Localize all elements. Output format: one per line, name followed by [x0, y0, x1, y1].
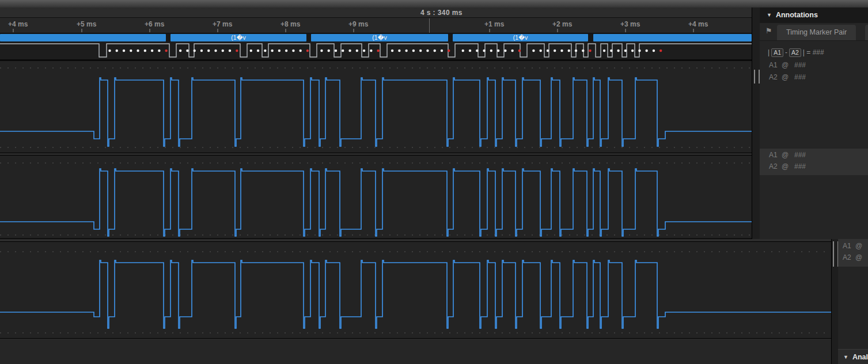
marker-name: A1: [843, 240, 855, 252]
bit-dot: [539, 50, 541, 52]
bit-dot: [264, 50, 266, 52]
marker-name: A2: [769, 161, 782, 172]
bit-dot: [412, 50, 415, 52]
marker-row-a2[interactable]: A2@###: [769, 71, 806, 83]
bit-dot: [645, 50, 647, 52]
marker-a1-chip[interactable]: A1: [771, 48, 783, 57]
marker-row-a1[interactable]: A1@: [843, 240, 868, 252]
bit-dot: [151, 50, 153, 52]
empty-channel-area: [0, 339, 831, 364]
marker-name: A2: [769, 71, 782, 83]
at-sign: @: [782, 71, 794, 83]
annotations-panel: ▼Annotations ⚑ Timing Marker Pair |A1-A2…: [760, 7, 868, 239]
decoder-result-segment[interactable]: (1�v: [170, 34, 306, 41]
bit-dot: [483, 50, 485, 52]
formula-text: |: [803, 48, 805, 56]
time-ruler[interactable]: +4 ms+5 ms+6 ms+7 ms+8 ms+9 ms+1 ms+2 ms…: [0, 18, 752, 33]
marker-tool-row: ⚑ Timing Marker Pair: [760, 23, 868, 41]
decoder-result-segment[interactable]: (1�v: [311, 34, 448, 41]
trigger-time-bar[interactable]: 4 s : 340 ms: [0, 7, 752, 18]
bit-dot: [116, 50, 118, 52]
timing-marker-pair-tab[interactable]: Timing Marker Pair: [777, 25, 856, 40]
bit-dot: [547, 50, 549, 52]
marker-flag-icon: ⚑: [765, 26, 772, 35]
marker-value: ###: [794, 73, 806, 81]
ruler-tick-mark: [149, 29, 150, 32]
bit-dot: [617, 50, 619, 52]
digital-channel-row[interactable]: [0, 42, 752, 61]
bit-dot: [292, 50, 294, 52]
decoder-result-segment[interactable]: (1�v: [453, 34, 588, 41]
ruler-tick-mark: [625, 29, 626, 32]
ruler-tick-mark: [489, 29, 490, 32]
next-tab-sliver[interactable]: [865, 25, 868, 40]
marker-row-a2[interactable]: A2@###: [769, 161, 868, 172]
bit-dot: [229, 50, 231, 52]
analog-trace: [0, 78, 752, 146]
analyzers-panel-header[interactable]: ▼Analyzers: [838, 349, 868, 364]
analog-channel-3-waveform[interactable]: [0, 242, 831, 338]
bit-dot: [638, 50, 640, 52]
bit-dot: [497, 50, 499, 52]
bit-dot: [320, 50, 323, 52]
error-dot: [589, 50, 591, 52]
bit-dot: [108, 50, 111, 52]
collapse-arrow-icon: ▼: [843, 350, 848, 364]
trigger-divider-line: [429, 18, 430, 33]
marker-value: ###: [794, 162, 806, 170]
trigger-time-label: 4 s : 340 ms: [420, 9, 463, 17]
analog-channel-2[interactable]: [0, 156, 752, 237]
annotations-panel-header[interactable]: ▼Annotations: [760, 7, 868, 23]
ruler-tick-mark: [693, 29, 694, 32]
annotation-entry[interactable]: A1@### A2@###: [760, 149, 868, 175]
marker-row-a1[interactable]: A1@###: [769, 59, 806, 71]
bit-dot: [342, 50, 344, 52]
error-dot: [448, 50, 450, 52]
analog-channel-1[interactable]: [0, 61, 752, 153]
bit-dot: [130, 50, 132, 52]
ruler-tick-label: +3 ms: [620, 20, 640, 28]
bit-dot: [391, 50, 393, 52]
marker-value: ###: [794, 61, 806, 69]
bit-dot: [624, 50, 627, 52]
marker-name: A1: [769, 59, 782, 71]
decoder-result-segment[interactable]: [0, 34, 166, 41]
annotation-entry[interactable]: A1@ A2@: [838, 239, 868, 267]
decoder-result-segment[interactable]: [593, 34, 752, 41]
bit-dot: [511, 50, 513, 52]
marker-row-a2[interactable]: A2@: [843, 252, 868, 263]
bit-dot: [469, 50, 471, 52]
analog-channel-3[interactable]: [0, 242, 831, 338]
at-sign: @: [855, 240, 868, 252]
splitter-grip-icon[interactable]: [754, 70, 760, 84]
marker-name: A1: [769, 149, 782, 161]
ruler-tick-label: +7 ms: [213, 20, 232, 28]
bit-dot: [207, 50, 210, 52]
bit-dot: [257, 50, 259, 52]
marker-name: A2: [843, 252, 855, 263]
error-dot: [518, 50, 521, 52]
analog-trace: [0, 260, 831, 328]
bit-dot: [610, 50, 612, 52]
ruler-tick-label: +9 ms: [348, 20, 368, 28]
logic-analyzer-window: 4 s : 340 ms +4 ms+5 ms+6 ms+7 ms+8 ms+9…: [0, 0, 868, 364]
marker-a2-chip[interactable]: A2: [789, 48, 801, 57]
ruler-tick-label: +1 ms: [484, 20, 504, 28]
error-dot: [659, 50, 662, 52]
ruler-tick-label: +2 ms: [552, 20, 572, 28]
ruler-tick-mark: [81, 29, 82, 32]
ruler-tick-label: +5 ms: [77, 20, 96, 28]
bit-dot: [222, 50, 224, 52]
bit-dot: [441, 50, 443, 52]
bit-dot: [476, 50, 478, 52]
digital-channel-waveform[interactable]: [0, 42, 752, 59]
bit-dot: [631, 50, 634, 52]
at-sign: @: [782, 161, 794, 172]
analog-channel-1-waveform[interactable]: [0, 61, 752, 153]
marker-delta-value: ###: [813, 48, 824, 56]
bit-dot: [462, 50, 464, 52]
marker-row-a1[interactable]: A1@###: [769, 149, 868, 161]
analog-channel-2-waveform[interactable]: [0, 156, 752, 237]
bit-dot: [328, 50, 330, 52]
bit-dot: [271, 50, 273, 52]
